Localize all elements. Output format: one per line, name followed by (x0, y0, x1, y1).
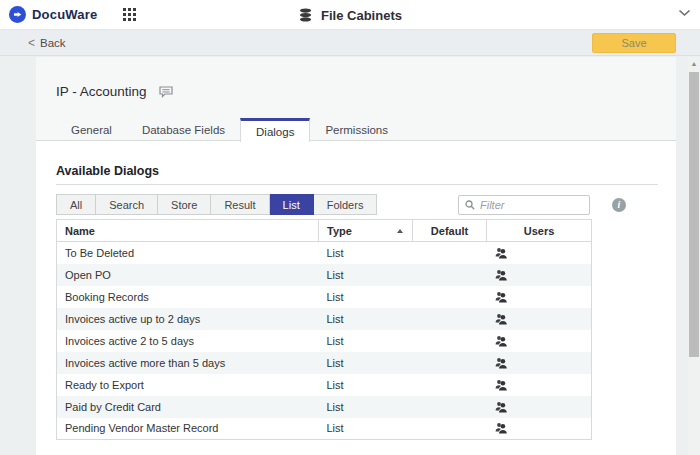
table-row[interactable]: Booking Records List (57, 286, 592, 308)
dialog-type: List (319, 352, 413, 374)
tab-database-fields[interactable]: Database Fields (127, 119, 240, 141)
docuware-logo-icon (9, 6, 26, 23)
dialog-name: Invoices active more than 5 days (57, 352, 319, 374)
dialogs-tab-panel: Available Dialogs All Search Store Resul… (36, 140, 676, 455)
users-icon[interactable] (487, 264, 592, 286)
table-row[interactable]: Paid by Credit Card List (57, 396, 592, 418)
dialog-type: List (319, 308, 413, 330)
dialog-default (413, 286, 487, 308)
table-row[interactable]: Invoices active more than 5 days List (57, 352, 592, 374)
dialog-type: List (319, 264, 413, 286)
content-area: IP - Accounting General Database Fields … (36, 57, 676, 455)
users-icon[interactable] (487, 374, 592, 396)
dialog-type: List (319, 242, 413, 264)
filter-result-button[interactable]: Result (211, 194, 269, 215)
app-title-group: File Cabinets (298, 0, 402, 30)
search-icon (465, 200, 475, 210)
table-row[interactable]: Open PO List (57, 264, 592, 286)
table-row[interactable]: Invoices active up to 2 days List (57, 308, 592, 330)
table-row[interactable]: Pending Vendor Master Record List (57, 418, 592, 440)
dialog-type: List (319, 286, 413, 308)
info-icon[interactable]: i (612, 198, 626, 212)
filter-all-button[interactable]: All (56, 194, 96, 215)
save-button[interactable]: Save (592, 33, 676, 53)
chevron-down-icon[interactable] (678, 9, 691, 17)
column-header-users[interactable]: Users (487, 220, 592, 242)
users-icon[interactable] (487, 286, 592, 308)
table-row[interactable]: Ready to Export List (57, 374, 592, 396)
dialog-default (413, 264, 487, 286)
section-title: Available Dialogs (56, 164, 159, 178)
dialog-type: List (319, 330, 413, 352)
users-icon[interactable] (487, 418, 592, 440)
filter-search-button[interactable]: Search (96, 194, 158, 215)
dialog-default (413, 418, 487, 440)
dialog-default (413, 330, 487, 352)
column-header-name[interactable]: Name (57, 220, 319, 242)
dialog-name: Pending Vendor Master Record (57, 418, 319, 440)
tab-dialogs[interactable]: Dialogs (240, 118, 310, 142)
dialog-default (413, 308, 487, 330)
table-row[interactable]: Invoices active 2 to 5 days List (57, 330, 592, 352)
filter-input[interactable] (480, 199, 583, 211)
brand-name: DocuWare (32, 7, 97, 22)
cabinet-title-row: IP - Accounting (56, 84, 173, 99)
dialog-type: List (319, 374, 413, 396)
column-header-default[interactable]: Default (413, 220, 487, 242)
users-icon[interactable] (487, 330, 592, 352)
apps-grid-icon[interactable] (123, 8, 136, 21)
vertical-scrollbar[interactable]: ▲ (688, 57, 700, 455)
dialog-name: Invoices active up to 2 days (57, 308, 319, 330)
filter-list-button[interactable]: List (270, 194, 314, 215)
users-icon[interactable] (487, 242, 592, 264)
docuware-brand[interactable]: DocuWare (9, 6, 97, 23)
tab-general[interactable]: General (56, 119, 127, 141)
column-header-type[interactable]: Type (319, 220, 413, 242)
top-bar: DocuWare File Cabinets (0, 0, 700, 30)
scroll-up-icon[interactable]: ▲ (688, 60, 700, 68)
sort-asc-icon (397, 229, 403, 233)
back-label: Back (40, 37, 66, 49)
dialog-name: Open PO (57, 264, 319, 286)
dialog-default (413, 396, 487, 418)
users-icon[interactable] (487, 308, 592, 330)
dialog-name: To Be Deleted (57, 242, 319, 264)
dialog-name: Booking Records (57, 286, 319, 308)
cabinet-title: IP - Accounting (56, 84, 147, 99)
filter-store-button[interactable]: Store (158, 194, 211, 215)
scrollbar-thumb[interactable] (689, 72, 699, 357)
dialog-type: List (319, 396, 413, 418)
filter-search-box (458, 195, 590, 215)
action-toolbar: < Back Save (0, 30, 700, 56)
dialog-name: Invoices active 2 to 5 days (57, 330, 319, 352)
dialog-name: Paid by Credit Card (57, 396, 319, 418)
back-button[interactable]: < Back (28, 36, 66, 50)
cabinet-tabs: General Database Fields Dialogs Permissi… (56, 117, 403, 141)
section-divider (56, 184, 658, 185)
dialog-name: Ready to Export (57, 374, 319, 396)
page-title: File Cabinets (321, 8, 402, 23)
database-icon (298, 8, 313, 22)
table-header-row: Name Type Default Users (57, 220, 592, 242)
users-icon[interactable] (487, 352, 592, 374)
dialog-default (413, 242, 487, 264)
users-icon[interactable] (487, 396, 592, 418)
dialog-default (413, 352, 487, 374)
dialog-type-filter-group: All Search Store Result List Folders (56, 194, 377, 215)
comment-icon[interactable] (159, 86, 173, 98)
table-row[interactable]: To Be Deleted List (57, 242, 592, 264)
filter-folders-button[interactable]: Folders (314, 194, 378, 215)
back-chevron-icon: < (28, 36, 35, 50)
dialog-default (413, 374, 487, 396)
dialogs-table: Name Type Default Users To Be Deleted Li… (56, 219, 592, 440)
dialog-type: List (319, 418, 413, 440)
tab-permissions[interactable]: Permissions (310, 119, 403, 141)
